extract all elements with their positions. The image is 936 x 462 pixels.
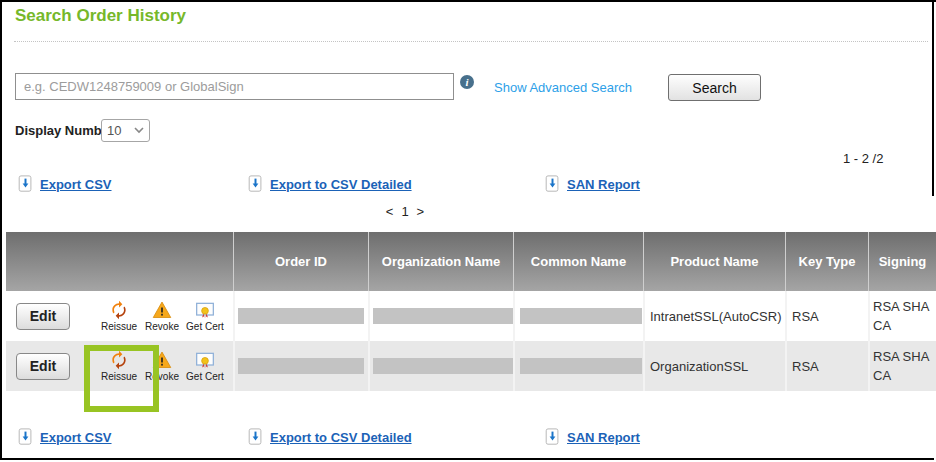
redacted-common-name xyxy=(520,308,642,324)
certificate-medal-icon xyxy=(195,350,215,370)
row1-product-name: IntranetSSL(AutoCSR) xyxy=(643,291,785,341)
row1-signing-ca: RSA SHA CA xyxy=(868,291,936,341)
table-row: Edit Reissue Revoke xyxy=(6,341,936,391)
reissue-arrows-icon xyxy=(109,350,129,370)
row1-order-id-cell xyxy=(233,291,368,341)
export-csv-detailed-label: Export to CSV Detailed xyxy=(270,430,412,445)
frame-border-right xyxy=(932,0,934,196)
redacted-order-id xyxy=(238,358,364,374)
redacted-common-name xyxy=(520,358,642,374)
pagination-next[interactable]: > xyxy=(417,204,425,219)
row2-key-type: RSA xyxy=(785,341,868,391)
row2-organization-cell xyxy=(368,341,513,391)
order-history-table: Order ID Organization Name Common Name P… xyxy=(6,232,936,391)
header-key-type: Key Type xyxy=(785,232,868,291)
warning-triangle-icon xyxy=(152,350,172,370)
reissue-arrows-icon xyxy=(109,300,129,320)
reissue-action[interactable]: Reissue xyxy=(99,300,139,332)
row2-order-id-cell xyxy=(233,341,368,391)
edit-button[interactable]: Edit xyxy=(16,303,70,330)
row1-key-type: RSA xyxy=(785,291,868,341)
reissue-label: Reissue xyxy=(101,321,137,332)
download-arrow-icon xyxy=(545,428,560,446)
frame-border-left xyxy=(0,0,2,460)
export-csv-detailed-label: Export to CSV Detailed xyxy=(270,177,412,192)
san-report-link[interactable]: SAN Report xyxy=(545,428,640,446)
revoke-action[interactable]: Revoke xyxy=(142,300,182,332)
signing-line1: RSA SHA xyxy=(873,347,929,366)
download-arrow-icon xyxy=(18,428,33,446)
get-cert-label: Get Cert xyxy=(186,321,224,332)
san-report-label: SAN Report xyxy=(567,177,640,192)
order-search-input[interactable] xyxy=(15,73,454,100)
pagination: <1> xyxy=(370,204,440,219)
pagination-current-page[interactable]: 1 xyxy=(401,204,408,219)
row2-product-name: OrganizationSSL xyxy=(643,341,785,391)
result-count: 1 - 2 /2 xyxy=(843,151,883,166)
reissue-label: Reissue xyxy=(101,371,137,382)
redacted-organization-name xyxy=(373,308,513,324)
title-divider xyxy=(14,41,928,42)
signing-line1: RSA SHA xyxy=(873,297,929,316)
page-title: Search Order History xyxy=(15,6,186,26)
export-links-bottom: Export CSV Export to CSV Detailed SAN Re… xyxy=(0,428,936,448)
reissue-action[interactable]: Reissue xyxy=(99,350,139,382)
export-csv-label: Export CSV xyxy=(40,177,112,192)
display-number-value: 10 xyxy=(107,123,121,138)
pagination-prev[interactable]: < xyxy=(386,204,394,219)
export-csv-label: Export CSV xyxy=(40,430,112,445)
frame-border-bottom xyxy=(0,458,934,460)
download-arrow-icon xyxy=(18,175,33,193)
edit-button[interactable]: Edit xyxy=(16,353,70,380)
download-arrow-icon xyxy=(248,428,263,446)
search-order-history-page: Search Order History i Show Advanced Sea… xyxy=(0,0,936,462)
row2-signing-ca: RSA SHA CA xyxy=(868,341,936,391)
signing-line2: CA xyxy=(873,366,891,385)
san-report-label: SAN Report xyxy=(567,430,640,445)
header-product-name: Product Name xyxy=(643,232,785,291)
get-cert-action[interactable]: Get Cert xyxy=(185,350,225,382)
export-csv-link[interactable]: Export CSV xyxy=(18,428,112,446)
row1-common-name-cell xyxy=(513,291,643,341)
header-actions xyxy=(6,232,233,291)
chevron-down-icon xyxy=(134,127,144,134)
redacted-organization-name xyxy=(373,358,513,374)
get-cert-label: Get Cert xyxy=(186,371,224,382)
header-common-name: Common Name xyxy=(513,232,643,291)
frame-border-top xyxy=(0,0,936,2)
export-links-top: Export CSV Export to CSV Detailed SAN Re… xyxy=(0,175,936,195)
warning-triangle-icon xyxy=(152,300,172,320)
display-number-select[interactable]: 10 xyxy=(101,119,150,142)
table-header-row: Order ID Organization Name Common Name P… xyxy=(6,232,936,291)
revoke-label: Revoke xyxy=(145,321,179,332)
table-row: Edit Reissue Revoke xyxy=(6,291,936,341)
export-csv-link[interactable]: Export CSV xyxy=(18,175,112,193)
download-arrow-icon xyxy=(248,175,263,193)
row1-organization-cell xyxy=(368,291,513,341)
header-organization-name: Organization Name xyxy=(368,232,513,291)
signing-line2: CA xyxy=(873,316,891,335)
certificate-medal-icon xyxy=(195,300,215,320)
row1-actions-cell: Edit Reissue Revoke xyxy=(6,291,233,341)
header-order-id: Order ID xyxy=(233,232,368,291)
export-csv-detailed-link[interactable]: Export to CSV Detailed xyxy=(248,428,412,446)
get-cert-action[interactable]: Get Cert xyxy=(185,300,225,332)
search-button[interactable]: Search xyxy=(668,74,761,101)
row2-actions-cell: Edit Reissue Revoke xyxy=(6,341,233,391)
san-report-link[interactable]: SAN Report xyxy=(545,175,640,193)
redacted-order-id xyxy=(238,308,364,324)
export-csv-detailed-link[interactable]: Export to CSV Detailed xyxy=(248,175,412,193)
revoke-label: Revoke xyxy=(145,371,179,382)
download-arrow-icon xyxy=(545,175,560,193)
row2-common-name-cell xyxy=(513,341,643,391)
show-advanced-search-link[interactable]: Show Advanced Search xyxy=(494,80,632,95)
revoke-action[interactable]: Revoke xyxy=(142,350,182,382)
header-signing: Signing xyxy=(868,232,936,291)
info-icon[interactable]: i xyxy=(460,75,474,89)
